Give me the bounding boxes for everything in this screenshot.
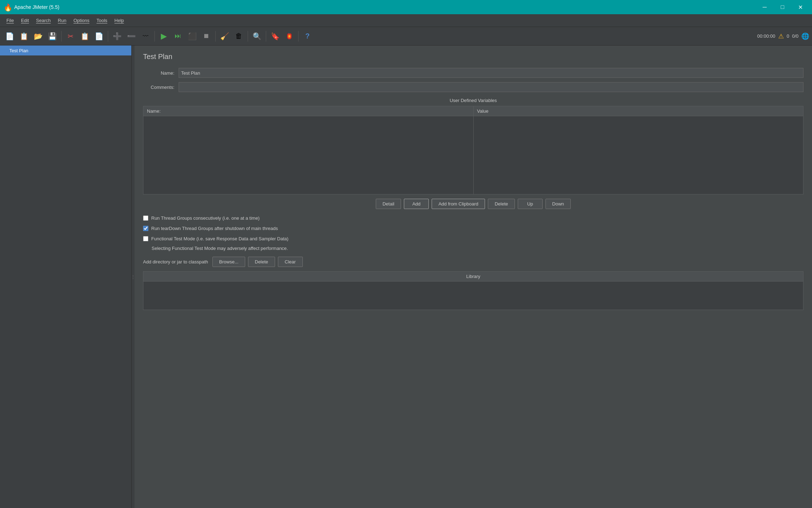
clear-button[interactable]: 🧹 xyxy=(218,30,231,43)
delete-button[interactable]: Delete xyxy=(488,199,515,209)
error-count: 0/0 xyxy=(792,33,798,39)
menu-file[interactable]: File xyxy=(3,16,17,25)
toolbar-sep-2 xyxy=(108,31,108,42)
menu-search[interactable]: Search xyxy=(32,16,54,25)
comments-input[interactable] xyxy=(179,82,803,92)
close-button[interactable]: ✕ xyxy=(792,2,808,12)
classpath-row: Add directory or jar to classpath Browse… xyxy=(143,257,803,267)
table-header-value: Value xyxy=(473,106,803,116)
menu-run[interactable]: Run xyxy=(54,16,70,25)
sidebar-item-test-plan[interactable]: A Test Plan xyxy=(0,46,131,55)
menu-help[interactable]: Help xyxy=(111,16,128,25)
sidebar-item-label: Test Plan xyxy=(9,48,28,53)
classpath-label: Add directory or jar to classpath xyxy=(143,259,208,264)
library-table: Library xyxy=(143,271,803,310)
checkbox-functional-mode: Functional Test Mode (i.e. save Response… xyxy=(143,235,803,242)
functional-mode-label: Functional Test Mode (i.e. save Response… xyxy=(151,236,289,241)
variables-table: Name: Value xyxy=(143,106,803,194)
cut-button[interactable]: ✂ xyxy=(64,30,77,43)
start-button[interactable]: ▶ xyxy=(157,30,170,43)
table-empty-row xyxy=(143,116,803,194)
run-teardown-checkbox[interactable] xyxy=(143,226,148,231)
comments-label: Comments: xyxy=(143,85,179,90)
test-plan-icon: A xyxy=(4,48,7,53)
app-icon: 🔥 xyxy=(4,3,11,11)
help-button[interactable]: ? xyxy=(301,30,314,43)
minimize-button[interactable]: ─ xyxy=(756,2,773,12)
warning-icon: ⚠ xyxy=(778,32,784,40)
functional-mode-checkbox[interactable] xyxy=(143,236,148,241)
menu-edit[interactable]: Edit xyxy=(17,16,32,25)
clear-all-button[interactable]: 🗑 xyxy=(232,30,246,43)
clear-button-classpath[interactable]: Clear xyxy=(278,257,303,267)
splitter[interactable]: ⋮ xyxy=(132,46,135,508)
table-buttons: Detail Add Add from Clipboard Delete Up … xyxy=(143,199,803,209)
add-from-clipboard-button[interactable]: Add from Clipboard xyxy=(432,199,485,209)
menu-bar: File Edit Search Run Options Tools Help xyxy=(0,14,812,27)
toolbar-sep-7 xyxy=(298,31,299,42)
main-area: A Test Plan ⋮ Test Plan Name: Comments: … xyxy=(0,46,812,508)
library-empty-row xyxy=(143,282,803,310)
expand-button[interactable]: ➕ xyxy=(110,30,124,43)
toolbar-sep-5 xyxy=(248,31,248,42)
name-row: Name: xyxy=(143,68,803,78)
stop-button[interactable]: ⬛ xyxy=(185,30,199,43)
functional-warning-text: Selecting Functional Test Mode may adver… xyxy=(152,246,803,251)
toolbar-sep-6 xyxy=(266,31,266,42)
references-button[interactable]: 🔖 xyxy=(268,30,282,43)
detail-button[interactable]: Detail xyxy=(376,199,401,209)
warning-count: 0 xyxy=(787,33,789,39)
toolbar-right: 00:00:00 ⚠ 0 0/0 🌐 xyxy=(757,32,809,40)
undo-button[interactable]: 🏮 xyxy=(283,30,296,43)
new-button[interactable]: 📄 xyxy=(3,30,16,43)
copy-button[interactable]: 📋 xyxy=(78,30,91,43)
toolbar-sep-4 xyxy=(215,31,216,42)
user-defined-variables-title: User Defined Variables xyxy=(143,98,803,103)
run-thread-groups-checkbox[interactable] xyxy=(143,215,148,221)
menu-tools[interactable]: Tools xyxy=(93,16,111,25)
sidebar: A Test Plan xyxy=(0,46,132,508)
title-text: Apache JMeter (5.5) xyxy=(14,4,59,10)
checkbox-run-thread-groups: Run Thread Groups consecutively (i.e. on… xyxy=(143,215,803,221)
add-button[interactable]: Add xyxy=(404,199,429,209)
title-bar-controls: ─ □ ✕ xyxy=(756,2,808,12)
comments-row: Comments: xyxy=(143,82,803,92)
name-input[interactable] xyxy=(179,68,803,78)
start-no-pause-button[interactable]: ⏭ xyxy=(171,30,185,43)
page-title: Test Plan xyxy=(143,53,803,61)
open-templates-button[interactable]: 📋 xyxy=(17,30,31,43)
down-button[interactable]: Down xyxy=(545,199,571,209)
checkbox-run-teardown: Run tearDown Thread Groups after shutdow… xyxy=(143,225,803,232)
library-empty-cell xyxy=(143,282,803,310)
run-thread-groups-label: Run Thread Groups consecutively (i.e. on… xyxy=(151,215,260,221)
toggle-button[interactable]: 〰 xyxy=(139,30,152,43)
shutdown-button[interactable]: ⏹ xyxy=(200,30,213,43)
title-bar: 🔥 Apache JMeter (5.5) ─ □ ✕ xyxy=(0,0,812,14)
classpath-delete-button[interactable]: Delete xyxy=(248,257,275,267)
run-teardown-label: Run tearDown Thread Groups after shutdow… xyxy=(151,226,278,231)
timer-display: 00:00:00 xyxy=(757,33,775,39)
paste-button[interactable]: 📄 xyxy=(92,30,106,43)
library-header: Library xyxy=(143,272,803,282)
table-header-name: Name: xyxy=(143,106,474,116)
collapse-button[interactable]: ➖ xyxy=(125,30,138,43)
menu-options[interactable]: Options xyxy=(70,16,93,25)
open-button[interactable]: 📂 xyxy=(31,30,45,43)
remote-icon: 🌐 xyxy=(801,32,809,40)
title-bar-left: 🔥 Apache JMeter (5.5) xyxy=(4,3,59,11)
restore-button[interactable]: □ xyxy=(774,2,791,12)
table-empty-name xyxy=(143,116,474,194)
browse-button[interactable]: Browse... xyxy=(212,257,245,267)
save-button[interactable]: 💾 xyxy=(46,30,59,43)
up-button[interactable]: Up xyxy=(518,199,543,209)
toolbar-sep-1 xyxy=(61,31,62,42)
name-label: Name: xyxy=(143,70,179,76)
toolbar-sep-3 xyxy=(154,31,155,42)
search-toolbar-button[interactable]: 🔍 xyxy=(250,30,264,43)
toolbar: 📄 📋 📂 💾 ✂ 📋 📄 ➕ ➖ 〰 ▶ ⏭ ⬛ ⏹ 🧹 🗑 🔍 🔖 🏮 ? … xyxy=(0,27,812,46)
content-area: Test Plan Name: Comments: User Defined V… xyxy=(135,46,812,508)
table-empty-value xyxy=(473,116,803,194)
